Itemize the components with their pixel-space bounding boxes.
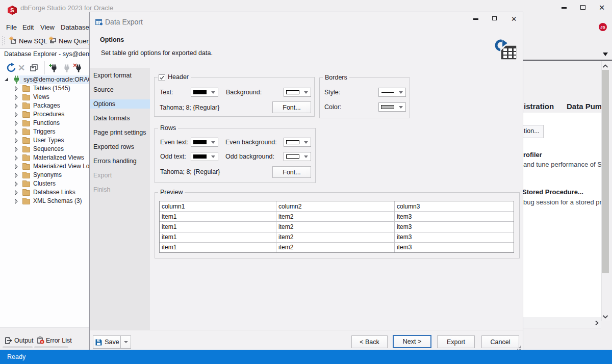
svg-text:S: S [10,7,14,13]
svg-text:✳: ✳ [49,36,54,41]
svg-text:✳: ✳ [9,36,14,41]
svg-text:x: x [41,340,43,344]
